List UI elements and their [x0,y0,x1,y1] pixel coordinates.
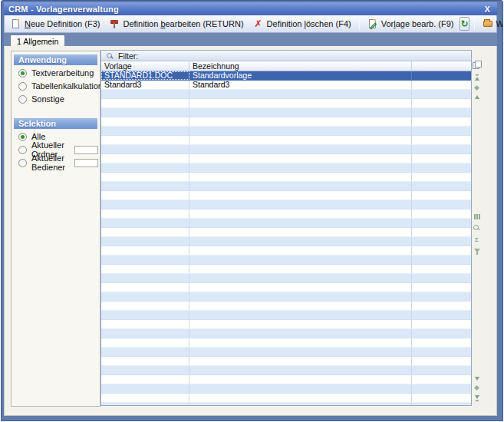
table-row[interactable] [101,302,471,311]
table-cell[interactable] [412,200,471,209]
table-cell[interactable] [101,145,189,153]
table-cell[interactable] [101,283,189,292]
table-cell[interactable] [189,219,412,227]
edit-template-button[interactable]: Vorlage bearb. (F9) [364,17,457,31]
go-last-row-icon[interactable] [475,395,479,401]
table-row[interactable] [101,191,471,200]
table-row[interactable] [101,182,471,191]
table-cell[interactable] [189,283,412,292]
prev-row-icon[interactable] [475,95,479,99]
table-cell[interactable] [101,154,189,163]
table-row[interactable] [101,209,471,219]
table-row[interactable] [101,108,471,117]
table-cell[interactable] [189,108,412,117]
table-cell[interactable] [101,219,189,227]
table-row[interactable] [101,292,471,302]
filter-icon[interactable] [474,249,480,252]
table-cell[interactable]: Standard3 [189,81,412,89]
table-row[interactable]: Standard3Standard3 [101,81,471,90]
table-cell[interactable] [101,274,189,282]
table-cell[interactable] [101,173,189,181]
table-row[interactable] [101,394,471,403]
table-cell[interactable] [412,384,471,393]
table-cell[interactable] [412,173,471,181]
table-row[interactable] [101,246,471,256]
refresh-button[interactable]: ↻ [460,17,469,31]
tab-allgemein[interactable]: 1 Allgemein [10,35,65,47]
table-cell[interactable] [412,265,471,273]
table-cell[interactable] [412,191,471,199]
table-row[interactable] [101,228,471,237]
table-cell[interactable] [189,163,412,172]
delete-definition-button[interactable]: ✗ Definition löschen (F4) [250,17,354,31]
ordner-input[interactable] [74,146,98,154]
table-cell[interactable] [101,256,189,264]
table-cell[interactable] [412,256,471,264]
table-cell[interactable] [412,209,471,218]
table-row[interactable] [101,90,471,99]
columns-icon[interactable] [474,214,480,219]
table-row[interactable] [101,163,471,173]
table-cell[interactable] [189,90,412,98]
table-cell[interactable] [412,81,471,89]
table-cell[interactable] [412,320,471,328]
page-up-icon[interactable] [474,85,479,91]
table-cell[interactable]: Standard3 [101,81,189,89]
table-cell[interactable] [189,136,412,144]
table-cell[interactable] [412,154,471,163]
table-cell[interactable] [101,182,189,190]
table-cell[interactable] [189,302,412,310]
table-cell[interactable] [101,163,189,172]
next-row-icon[interactable] [475,377,479,381]
column-chooser-icon[interactable] [473,61,481,68]
table-cell[interactable] [412,311,471,319]
table-cell[interactable] [412,329,471,338]
table-cell[interactable] [101,384,189,393]
table-cell[interactable] [412,302,471,310]
radio-aktueller-bediener[interactable]: Aktueller Bediener [12,157,100,168]
table-cell[interactable] [412,292,471,301]
table-cell[interactable] [189,127,412,135]
table-cell[interactable] [412,274,471,282]
table-cell[interactable] [189,237,412,246]
table-row[interactable] [101,200,471,209]
table-cell[interactable] [412,99,471,107]
table-cell[interactable] [412,348,471,356]
table-row[interactable] [101,136,471,145]
table-cell[interactable] [189,274,412,282]
table-row[interactable] [101,274,471,283]
table-cell[interactable] [101,246,189,255]
table-cell[interactable] [189,200,412,209]
table-row[interactable] [101,366,471,375]
table-cell[interactable]: Standardvorlage [189,71,412,80]
table-cell[interactable] [101,127,189,135]
table-cell[interactable] [189,173,412,181]
table-cell[interactable] [412,145,471,153]
table-cell[interactable] [101,136,189,144]
table-cell[interactable] [189,384,412,393]
table-cell[interactable] [189,375,412,384]
table-cell[interactable] [189,182,412,190]
radio-textverarbeitung[interactable]: Textverarbeitung [12,68,100,78]
table-cell[interactable] [189,292,412,301]
table-row[interactable] [101,219,471,228]
table-cell[interactable] [101,265,189,273]
table-row[interactable] [101,283,471,292]
table-row[interactable] [101,329,471,338]
table-cell[interactable] [412,375,471,384]
table-cell[interactable] [412,163,471,172]
table-cell[interactable] [412,394,471,402]
table-cell[interactable] [101,338,189,347]
table-cell[interactable] [101,90,189,98]
table-row[interactable] [101,256,471,265]
filter-bar[interactable]: Filter: [101,51,471,61]
table-cell[interactable] [189,228,412,236]
table-cell[interactable] [412,338,471,347]
table-row[interactable] [101,145,471,154]
radio-tabellenkalkulation[interactable]: Tabellenkalkulation [12,81,100,91]
table-row[interactable] [101,117,471,127]
table-row[interactable] [101,320,471,329]
table-cell[interactable] [189,265,412,273]
table-cell[interactable] [189,191,412,199]
table-cell[interactable] [101,357,189,365]
